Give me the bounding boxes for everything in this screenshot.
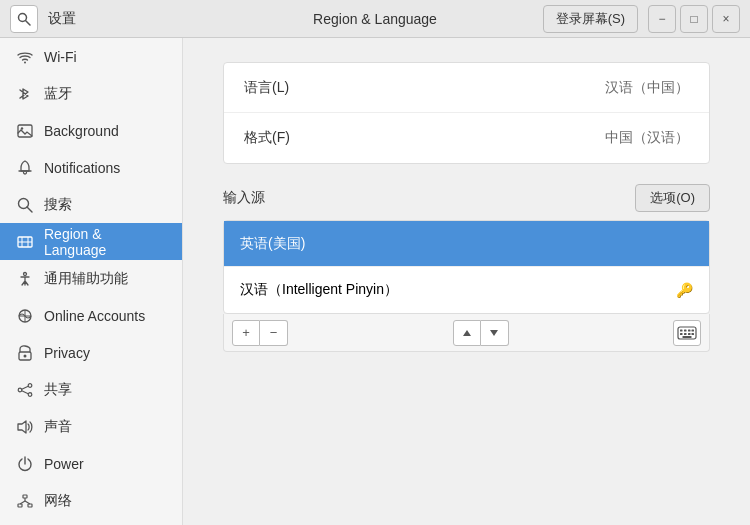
sidebar-item-label: Region & Language: [44, 226, 166, 258]
input-source-header: 输入源 选项(O): [223, 184, 710, 212]
sidebar-item-label: Power: [44, 456, 84, 472]
svg-rect-39: [684, 333, 687, 335]
sidebar-item-label: 声音: [44, 418, 72, 436]
sound-icon: [16, 418, 34, 436]
svg-point-20: [18, 388, 22, 392]
svg-marker-23: [18, 421, 26, 433]
sidebar-item-network[interactable]: 网络: [0, 482, 182, 519]
add-remove-controls: + −: [232, 320, 288, 346]
move-down-button[interactable]: [481, 320, 509, 346]
app-name: 设置: [48, 10, 76, 28]
svg-line-22: [22, 390, 28, 393]
sidebar-item-label: 通用辅助功能: [44, 270, 128, 288]
page-title: Region & Language: [313, 11, 437, 27]
svg-line-29: [20, 501, 25, 504]
online-accounts-icon: [16, 307, 34, 325]
input-source-item-chinese[interactable]: 汉语（Intelligent Pinyin） 🔑: [224, 267, 709, 313]
sidebar-item-power[interactable]: Power: [0, 445, 182, 482]
svg-point-2: [24, 61, 26, 63]
sidebar-item-label: Background: [44, 123, 119, 139]
region-icon: [16, 233, 34, 251]
search-button[interactable]: [10, 5, 38, 33]
format-row[interactable]: 格式(F) 中国（汉语）: [224, 113, 709, 163]
sidebar-item-label: Notifications: [44, 160, 120, 176]
svg-point-19: [28, 392, 32, 396]
sidebar-item-privacy[interactable]: Privacy: [0, 334, 182, 371]
move-up-button[interactable]: [453, 320, 481, 346]
close-button[interactable]: ×: [712, 5, 740, 33]
sidebar-item-bluetooth[interactable]: 蓝牙: [0, 75, 182, 112]
sidebar-item-label: 共享: [44, 381, 72, 399]
maximize-button[interactable]: □: [680, 5, 708, 33]
background-icon: [16, 122, 34, 140]
language-format-card: 语言(L) 汉语（中国） 格式(F) 中国（汉语）: [223, 62, 710, 164]
wifi-icon: [16, 48, 34, 66]
format-value: 中国（汉语）: [605, 129, 689, 147]
content-area: 语言(L) 汉语（中国） 格式(F) 中国（汉语） 输入源 选项(O) 英语(美…: [183, 38, 750, 525]
sidebar-item-label: Privacy: [44, 345, 90, 361]
window-controls: 登录屏幕(S) − □ ×: [543, 5, 740, 33]
move-controls: [453, 320, 509, 346]
svg-rect-36: [688, 329, 691, 331]
svg-rect-38: [680, 333, 683, 335]
sidebar-item-label: 网络: [44, 492, 72, 510]
svg-point-4: [21, 127, 23, 129]
sidebar-item-accessibility[interactable]: 通用辅助功能: [0, 260, 182, 297]
sidebar-item-search[interactable]: 搜索: [0, 186, 182, 223]
remove-button[interactable]: −: [260, 320, 288, 346]
svg-rect-25: [23, 495, 27, 498]
svg-line-21: [22, 386, 28, 389]
svg-marker-32: [490, 330, 498, 336]
input-source-card: 英语(美国) 汉语（Intelligent Pinyin） 🔑: [223, 220, 710, 314]
format-label: 格式(F): [244, 129, 290, 147]
key-icon: 🔑: [676, 282, 693, 298]
svg-point-17: [24, 354, 27, 357]
input-source-title: 输入源: [223, 189, 265, 207]
input-source-chinese-label: 汉语（Intelligent Pinyin）: [240, 281, 398, 299]
sidebar-item-online-accounts[interactable]: Online Accounts: [0, 297, 182, 334]
accessibility-icon: [16, 270, 34, 288]
svg-line-7: [27, 207, 32, 212]
svg-point-12: [24, 272, 27, 275]
add-button[interactable]: +: [232, 320, 260, 346]
keyboard-icon-button[interactable]: [673, 320, 701, 346]
options-button[interactable]: 选项(O): [635, 184, 710, 212]
titlebar: 设置 Region & Language 登录屏幕(S) − □ ×: [0, 0, 750, 38]
svg-rect-27: [28, 504, 32, 507]
svg-line-30: [25, 501, 30, 504]
sidebar-item-notifications[interactable]: Notifications: [0, 149, 182, 186]
svg-rect-35: [684, 329, 687, 331]
privacy-icon: [16, 344, 34, 362]
keyboard-settings-button: [673, 320, 701, 346]
input-source-item-english[interactable]: 英语(美国): [224, 221, 709, 267]
svg-rect-40: [688, 333, 691, 335]
sidebar-item-label: Online Accounts: [44, 308, 145, 324]
svg-marker-31: [463, 330, 471, 336]
svg-rect-42: [683, 336, 692, 338]
login-screen-button[interactable]: 登录屏幕(S): [543, 5, 638, 33]
sidebar-item-label: 蓝牙: [44, 85, 72, 103]
main-layout: Wi-Fi 蓝牙 Background: [0, 38, 750, 525]
sidebar-item-background[interactable]: Background: [0, 112, 182, 149]
network-icon: [16, 492, 34, 510]
sidebar-item-region[interactable]: Region & Language: [0, 223, 182, 260]
bluetooth-icon: [16, 85, 34, 103]
language-row[interactable]: 语言(L) 汉语（中国）: [224, 63, 709, 113]
sidebar-item-label: Wi-Fi: [44, 49, 77, 65]
power-icon: [16, 455, 34, 473]
notifications-icon: [16, 159, 34, 177]
input-source-toolbar: + −: [223, 314, 710, 352]
sidebar-item-sound[interactable]: 声音: [0, 408, 182, 445]
sharing-icon: [16, 381, 34, 399]
sidebar-item-sharing[interactable]: 共享: [0, 371, 182, 408]
sidebar-item-wifi[interactable]: Wi-Fi: [0, 38, 182, 75]
language-label: 语言(L): [244, 79, 289, 97]
minimize-button[interactable]: −: [648, 5, 676, 33]
language-value: 汉语（中国）: [605, 79, 689, 97]
svg-rect-37: [692, 329, 695, 331]
sidebar: Wi-Fi 蓝牙 Background: [0, 38, 183, 525]
svg-line-1: [26, 20, 31, 25]
svg-rect-26: [18, 504, 22, 507]
search-icon: [16, 196, 34, 214]
svg-rect-41: [692, 333, 695, 335]
